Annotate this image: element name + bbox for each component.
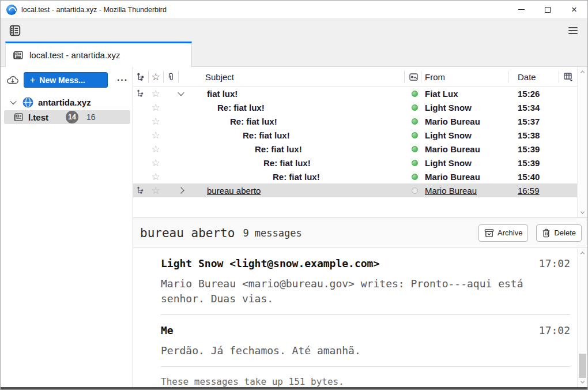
from-cell: Light Snow — [425, 128, 514, 142]
account-row[interactable]: antartida.xyz — [1, 95, 133, 109]
column-picker-button[interactable] — [561, 67, 576, 87]
thread-pane: ☆ Subject — [133, 67, 587, 218]
total-count: 16 — [86, 112, 96, 122]
date-cell: 15:38 — [518, 128, 558, 142]
date-cell: 15:40 — [518, 170, 558, 183]
from-cell: Fiat Lux — [425, 87, 514, 100]
thunderbird-window: local.test - antartida.xyz - Mozilla Thu… — [0, 0, 588, 390]
scroll-down-icon[interactable] — [581, 210, 585, 214]
thread-row[interactable]: ☆ fiat lux! Fiat Lux 15:26 — [133, 87, 577, 100]
thread-row[interactable]: ☆ Re: fiat lux! Mario Bureau 15:40 — [133, 170, 577, 183]
unread-dot[interactable] — [408, 114, 421, 128]
unread-dot[interactable] — [408, 87, 421, 100]
app-menu-button[interactable] — [566, 23, 581, 38]
chevron-right-icon — [178, 187, 184, 193]
window-title: local.test - antartida.xyz - Mozilla Thu… — [21, 6, 508, 14]
read-dot[interactable] — [408, 183, 421, 197]
thread-list-scrollbar[interactable] — [577, 67, 587, 217]
star-icon[interactable]: ☆ — [149, 170, 163, 183]
from-column-header[interactable]: From — [425, 67, 445, 87]
star-icon[interactable]: ☆ — [149, 114, 163, 128]
scrollbar-thumb[interactable] — [579, 354, 586, 378]
cloud-download-button[interactable] — [6, 75, 19, 85]
maximize-button[interactable] — [534, 1, 561, 18]
attachment-column-header[interactable] — [164, 67, 178, 87]
thread-row[interactable]: ☆ Re: fiat lux! Light Snow 15:39 — [133, 156, 577, 170]
thread-row[interactable]: ☆ Re: fiat lux! Light Snow 15:38 — [133, 128, 577, 142]
delete-button[interactable]: Delete — [536, 224, 582, 242]
conversation-title: bureau aberto — [140, 226, 235, 240]
unread-dot[interactable] — [408, 142, 421, 156]
tab-bar: local.test - antartida.xyz — [1, 42, 587, 67]
message-time: 17:02 — [539, 257, 570, 269]
spaces-toolbar-button[interactable] — [7, 23, 22, 38]
scroll-up-icon[interactable] — [581, 252, 585, 256]
collapse-thread-button[interactable] — [176, 87, 186, 100]
thread-marker-icon — [134, 183, 148, 197]
subject-cell: fiat lux! — [207, 87, 238, 100]
message-item[interactable]: Me 17:02 Perdão. Já fechamos. Até amanhã… — [161, 315, 570, 366]
star-icon[interactable]: ☆ — [149, 156, 163, 170]
thread-row[interactable]: ☆ Re: fiat lux! Mario Bureau 15:39 — [133, 142, 577, 156]
message-body: Perdão. Já fechamos. Até amanhã. — [161, 343, 541, 358]
globe-icon — [22, 97, 33, 108]
tab-label: local.test - antartida.xyz — [29, 50, 120, 60]
star-icon[interactable]: ☆ — [149, 128, 163, 142]
chevron-down-icon — [178, 89, 184, 96]
star-column-header[interactable]: ☆ — [149, 67, 163, 87]
scroll-up-icon[interactable] — [581, 70, 585, 74]
folder-pane-options-button[interactable]: ··· — [117, 75, 128, 85]
star-icon: ☆ — [151, 71, 160, 83]
thread-row[interactable]: ☆ Re: fiat lux! Mario Bureau 15:37 — [133, 114, 577, 128]
date-cell: 15:34 — [518, 100, 558, 114]
thread-list-header: ☆ Subject — [133, 67, 587, 87]
close-icon: × — [571, 5, 577, 14]
spaces-icon — [9, 24, 21, 37]
tab-local-test[interactable]: local.test - antartida.xyz — [5, 42, 192, 67]
thread-row[interactable]: ☆ Re: fiat lux! Light Snow 15:34 — [133, 100, 577, 114]
chevron-down-icon[interactable] — [10, 98, 16, 104]
archive-button[interactable]: Archive — [478, 224, 528, 242]
unread-column-header[interactable] — [406, 67, 421, 87]
unread-dot[interactable] — [408, 170, 421, 183]
star-icon[interactable]: ☆ — [149, 183, 163, 197]
from-cell: Light Snow — [425, 100, 514, 114]
thread-column-header[interactable] — [134, 67, 148, 87]
star-icon[interactable]: ☆ — [149, 142, 163, 156]
trash-icon — [542, 228, 551, 238]
minimize-button[interactable] — [508, 1, 534, 18]
message-pane: Light Snow <light@snow.example.com> 17:0… — [133, 248, 587, 387]
date-column-header[interactable]: Date — [518, 67, 536, 87]
message-sender: Me — [161, 324, 539, 336]
titlebar: local.test - antartida.xyz - Mozilla Thu… — [1, 1, 587, 18]
subject-cell: Re: fiat lux! — [273, 170, 320, 183]
star-icon[interactable]: ☆ — [149, 87, 163, 100]
hamburger-icon — [568, 27, 578, 28]
date-cell: 15:37 — [518, 114, 558, 128]
scroll-down-icon[interactable] — [581, 380, 585, 384]
folder-name: l.test — [28, 112, 48, 122]
unread-dot[interactable] — [408, 100, 421, 114]
message-item[interactable]: Light Snow <light@snow.example.com> 17:0… — [161, 248, 570, 314]
subject-cell: Re: fiat lux! — [255, 142, 302, 156]
newspaper-icon — [13, 50, 24, 61]
message-sender: Light Snow <light@snow.example.com> — [161, 257, 539, 269]
from-cell: Mario Bureau — [425, 114, 514, 128]
paperclip-icon — [167, 73, 175, 81]
thread-row-selected[interactable]: ☆ bureau aberto Mario Bureau 16:59 — [133, 183, 577, 197]
message-status-icon — [409, 73, 418, 81]
expand-thread-button[interactable] — [176, 183, 186, 197]
unread-count-badge: 14 — [66, 111, 78, 123]
subject-column-header[interactable]: Subject — [205, 67, 234, 87]
close-button[interactable]: × — [561, 1, 587, 18]
message-header-bar: bureau aberto 9 messages Archive — [133, 218, 587, 248]
minimize-icon — [518, 9, 525, 10]
message-pane-scrollbar[interactable] — [577, 248, 587, 387]
star-icon[interactable]: ☆ — [149, 100, 163, 114]
thread-icon — [137, 73, 145, 81]
unread-dot[interactable] — [408, 156, 421, 170]
unread-dot[interactable] — [408, 128, 421, 142]
newsgroup-folder-icon — [13, 112, 24, 122]
folder-row-ltest[interactable]: l.test 14 16 — [4, 110, 130, 124]
new-message-button[interactable]: + New Mess... — [24, 72, 108, 88]
